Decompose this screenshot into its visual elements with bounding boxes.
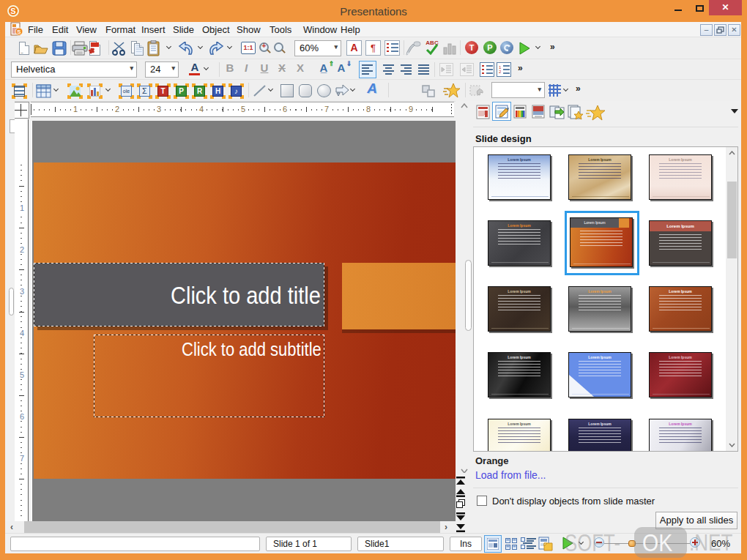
svg-text:S: S [17, 29, 21, 35]
